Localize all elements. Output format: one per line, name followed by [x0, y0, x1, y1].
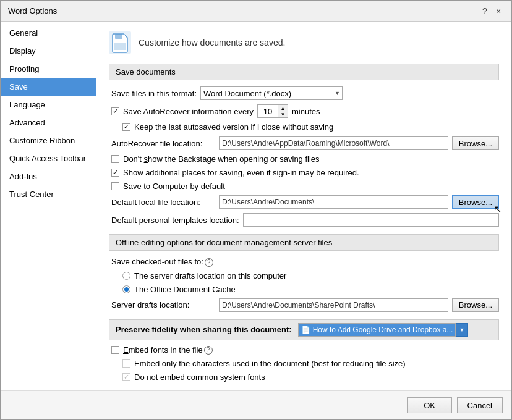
autorecover-location-label: AutoRecover file location:	[111, 139, 215, 148]
header-text: Customize how documents are saved.	[139, 38, 285, 48]
server-drafts-radio[interactable]	[122, 272, 130, 280]
browse-local-button[interactable]: Browse...	[452, 195, 499, 209]
save-to-computer-checkbox[interactable]	[111, 182, 119, 190]
embed-fonts-checkbox[interactable]	[111, 346, 119, 354]
autorecover-location-row: AutoRecover file location: Browse...	[109, 136, 499, 150]
svg-rect-3	[122, 35, 125, 38]
autorecover-label: Save AutoRecover information every	[123, 107, 254, 116]
svg-rect-2	[114, 43, 126, 50]
show-additional-checkbox[interactable]	[111, 169, 119, 177]
sidebar-item-display[interactable]: Display	[1, 42, 96, 60]
format-label: Save files in this format:	[111, 89, 197, 98]
sidebar-item-quickaccess[interactable]: Quick Access Toolbar	[1, 149, 96, 167]
save-icon	[109, 32, 131, 54]
title-bar: Word Options ? ×	[1, 1, 511, 22]
fidelity-title: Preserve fidelity when sharing this docu…	[116, 325, 292, 334]
main-panel: Customize how documents are saved. Save …	[96, 22, 511, 390]
spin-up[interactable]: ▲	[278, 105, 288, 111]
info-icon-2: ?	[204, 346, 213, 355]
office-cache-radio-row: The Office Document Cache	[109, 285, 499, 294]
spin-down[interactable]: ▼	[278, 111, 288, 117]
doc-name: How to Add Google Drive and Dropbox a...	[313, 326, 453, 334]
do-not-embed-checkbox	[122, 373, 130, 381]
default-local-input[interactable]	[219, 195, 448, 209]
format-dropdown[interactable]: Word Document (*.docx)	[200, 86, 343, 100]
doc-dropdown[interactable]: 📄 How to Add Google Drive and Dropbox a.…	[298, 323, 456, 337]
save-checkedout-label: Save checked-out files to:?	[111, 257, 213, 267]
default-templates-input[interactable]	[243, 213, 499, 227]
minutes-label: minutes	[292, 107, 320, 116]
server-drafts-location-label: Server drafts location:	[111, 300, 215, 309]
server-drafts-radio-row: The server drafts location on this compu…	[109, 271, 499, 280]
browse-autorecover-button[interactable]: Browse...	[452, 136, 499, 150]
save-documents-section-header: Save documents	[109, 64, 499, 80]
embed-fonts-row: Embed fonts in the file?	[109, 345, 499, 355]
dont-show-checkbox[interactable]	[111, 155, 119, 163]
default-local-row: Default local file location: Browse... ↖	[109, 195, 499, 209]
offline-section-header: Offline editing options for document man…	[109, 234, 499, 251]
embed-only-label: Embed only the characters used in the do…	[134, 359, 406, 368]
sidebar: General Display Proofing Save Language A…	[1, 22, 96, 390]
do-not-embed-label: Do not embed common system fonts	[134, 372, 265, 382]
autorecover-location-input[interactable]	[219, 136, 448, 150]
help-button[interactable]: ?	[479, 6, 490, 17]
show-additional-label: Show additional places for saving, even …	[123, 168, 359, 177]
do-not-embed-row: Do not embed common system fonts	[109, 372, 499, 382]
format-row: Save files in this format: Word Document…	[109, 86, 499, 100]
default-templates-row: Default personal templates location:	[109, 213, 499, 227]
office-cache-radio[interactable]	[122, 285, 130, 293]
server-drafts-location-input[interactable]	[219, 298, 448, 312]
doc-dropdown-arrow[interactable]: ▼	[456, 323, 468, 337]
close-button[interactable]: ×	[493, 6, 504, 17]
browse-local-wrap: Browse... ↖	[452, 195, 499, 209]
autorecover-number-input[interactable]: 10	[258, 105, 278, 117]
dialog-footer: OK Cancel	[1, 390, 511, 419]
sidebar-item-trustcenter[interactable]: Trust Center	[1, 185, 96, 203]
dialog-title: Word Options	[8, 6, 57, 15]
doc-dropdown-icon: 📄	[301, 326, 310, 334]
embed-only-row: Embed only the characters used in the do…	[109, 359, 499, 368]
doc-dropdown-wrap: 📄 How to Add Google Drive and Dropbox a.…	[298, 323, 469, 337]
autorecover-number-wrap: 10 ▲ ▼	[257, 104, 288, 118]
save-checkedout-row: Save checked-out files to:?	[109, 257, 499, 267]
default-local-label: Default local file location:	[111, 198, 215, 207]
server-drafts-label: The server drafts location on this compu…	[134, 271, 286, 280]
ok-button[interactable]: OK	[407, 397, 452, 413]
server-drafts-location-row: Server drafts location: Browse...	[109, 298, 499, 312]
keep-last-row: Keep the last autosaved version if I clo…	[109, 122, 499, 132]
sidebar-item-advanced[interactable]: Advanced	[1, 114, 96, 132]
section-header: Customize how documents are saved.	[109, 32, 499, 54]
info-icon-1: ?	[205, 258, 213, 267]
save-to-computer-row: Save to Computer by default	[109, 182, 499, 191]
sidebar-item-save[interactable]: Save	[1, 78, 96, 96]
sidebar-item-addins[interactable]: Add-Ins	[1, 167, 96, 185]
sidebar-item-customize[interactable]: Customize Ribbon	[1, 132, 96, 149]
spin-buttons: ▲ ▼	[278, 105, 288, 117]
dialog-body: General Display Proofing Save Language A…	[1, 22, 511, 390]
keep-last-checkbox[interactable]	[122, 123, 130, 131]
browse-server-button[interactable]: Browse...	[452, 298, 499, 312]
show-additional-row: Show additional places for saving, even …	[109, 168, 499, 177]
svg-rect-1	[115, 34, 122, 39]
fidelity-section-header: Preserve fidelity when sharing this docu…	[109, 319, 499, 340]
autorecover-checkbox[interactable]	[111, 107, 119, 116]
title-bar-controls: ? ×	[479, 6, 504, 17]
dont-show-label: Don't show the Backstage when opening or…	[123, 154, 320, 164]
sidebar-item-general[interactable]: General	[1, 24, 96, 42]
sidebar-item-language[interactable]: Language	[1, 96, 96, 114]
format-dropdown-wrap: Word Document (*.docx)	[200, 86, 343, 100]
autorecover-row: Save AutoRecover information every 10 ▲ …	[109, 104, 499, 118]
office-cache-label: The Office Document Cache	[134, 285, 236, 294]
default-templates-label: Default personal templates location:	[111, 216, 239, 225]
dont-show-row: Don't show the Backstage when opening or…	[109, 154, 499, 164]
cancel-button[interactable]: Cancel	[457, 397, 503, 413]
sidebar-item-proofing[interactable]: Proofing	[1, 60, 96, 78]
embed-fonts-label: Embed fonts in the file?	[123, 345, 213, 355]
save-to-computer-label: Save to Computer by default	[123, 182, 225, 191]
embed-only-checkbox	[122, 359, 130, 368]
keep-last-label: Keep the last autosaved version if I clo…	[134, 122, 333, 132]
word-options-dialog: Word Options ? × General Display Proofin…	[0, 0, 512, 420]
